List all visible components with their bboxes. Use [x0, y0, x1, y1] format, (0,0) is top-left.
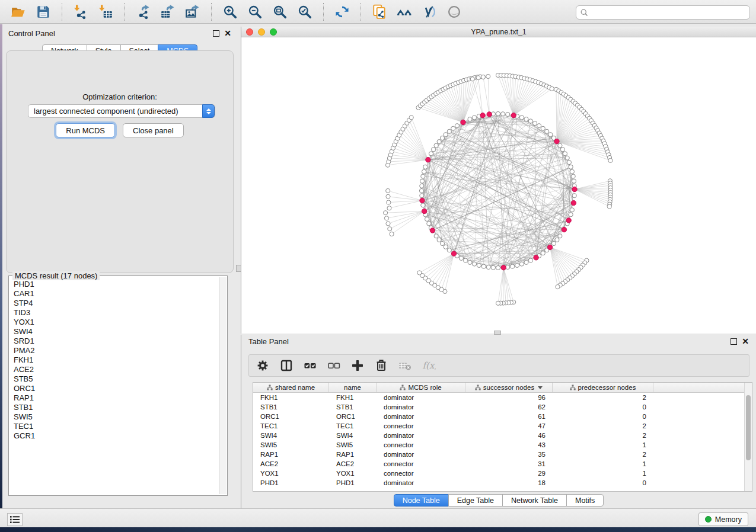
search-input[interactable]: [591, 6, 749, 19]
cell-MCDS-role[interactable]: dominator: [377, 412, 465, 421]
column-header-predecessor-nodes[interactable]: predecessor nodes: [553, 383, 653, 392]
cell-successor-nodes[interactable]: 35: [465, 450, 553, 459]
table-row[interactable]: FKH1FKH1dominator962: [253, 393, 752, 402]
cell-MCDS-role[interactable]: connector: [377, 440, 465, 450]
select-all-icon[interactable]: [302, 358, 318, 373]
task-history-button[interactable]: [7, 513, 23, 526]
mcds-result-item[interactable]: FKH1: [14, 355, 219, 365]
table-row[interactable]: ORC1ORC1dominator610: [253, 412, 752, 421]
cell-successor-nodes[interactable]: 62: [465, 402, 553, 412]
cell-predecessor-nodes[interactable]: 2: [553, 431, 653, 440]
cell-MCDS-role[interactable]: dominator: [377, 478, 465, 488]
search-box[interactable]: [576, 5, 750, 20]
cell-predecessor-nodes[interactable]: 1: [553, 459, 653, 469]
deselect-all-icon[interactable]: [326, 358, 342, 373]
zoom-out-icon[interactable]: [246, 3, 264, 21]
cell-shared-name[interactable]: TEC1: [253, 421, 329, 431]
tab-network-table[interactable]: Network Table: [502, 494, 567, 507]
cell-name[interactable]: TEC1: [329, 421, 377, 431]
table-row[interactable]: YOX1YOX1connector291: [253, 469, 752, 478]
cell-MCDS-role[interactable]: dominator: [377, 402, 465, 412]
mcds-result-item[interactable]: STP4: [14, 299, 219, 308]
cell-successor-nodes[interactable]: 61: [465, 412, 553, 421]
table-row[interactable]: SWI5SWI5connector431: [253, 440, 752, 450]
cell-predecessor-nodes[interactable]: 0: [553, 478, 653, 488]
cell-MCDS-role[interactable]: connector: [377, 421, 465, 431]
cell-successor-nodes[interactable]: 29: [465, 469, 553, 478]
memory-button[interactable]: Memory: [698, 512, 748, 526]
horizontal-splitter-handle[interactable]: [494, 331, 501, 335]
cell-successor-nodes[interactable]: 31: [465, 459, 553, 469]
open-file-icon[interactable]: [9, 3, 27, 21]
tab-edge-table[interactable]: Edge Table: [448, 494, 503, 507]
table-row[interactable]: TEC1TEC1connector472: [253, 421, 752, 431]
mcds-result-item[interactable]: TEC1: [14, 422, 219, 431]
cell-name[interactable]: RAP1: [329, 450, 377, 459]
cell-predecessor-nodes[interactable]: 0: [553, 412, 653, 421]
mcds-result-item[interactable]: SWI5: [14, 412, 219, 422]
cell-MCDS-role[interactable]: dominator: [377, 431, 465, 440]
delete-column-icon[interactable]: [374, 358, 389, 373]
export-table-icon[interactable]: [159, 3, 177, 21]
cell-shared-name[interactable]: YOX1: [253, 469, 329, 478]
zoom-in-icon[interactable]: [221, 3, 239, 21]
mcds-result-item[interactable]: PMA2: [14, 346, 219, 355]
save-session-icon[interactable]: [34, 3, 52, 21]
refresh-icon[interactable]: [333, 3, 351, 21]
mcds-result-item[interactable]: TID3: [14, 308, 219, 318]
import-network-icon[interactable]: [72, 3, 90, 21]
column-header-MCDS-role[interactable]: MCDS role: [377, 383, 465, 392]
table-row[interactable]: PHD1PHD1dominator180: [253, 478, 752, 488]
zoom-fit-icon[interactable]: [271, 3, 289, 21]
cell-successor-nodes[interactable]: 18: [465, 478, 553, 488]
close-table-panel-icon[interactable]: ✕: [742, 338, 749, 345]
run-mcds-button[interactable]: Run MCDS: [56, 123, 115, 137]
binoculars-icon[interactable]: [395, 3, 413, 21]
window-minimize-icon[interactable]: [258, 28, 265, 36]
mcds-result-item[interactable]: STB1: [14, 403, 219, 412]
cell-predecessor-nodes[interactable]: 2: [553, 450, 653, 459]
cell-shared-name[interactable]: PHD1: [253, 478, 329, 488]
export-image-icon[interactable]: [184, 3, 202, 21]
cell-shared-name[interactable]: SWI5: [253, 440, 329, 450]
cell-predecessor-nodes[interactable]: 2: [553, 421, 653, 431]
cell-predecessor-nodes[interactable]: 1: [553, 469, 653, 478]
cell-name[interactable]: PHD1: [329, 478, 377, 488]
import-table-icon[interactable]: [97, 3, 114, 21]
mcds-result-item[interactable]: CAR1: [14, 289, 219, 299]
table-scrollbar[interactable]: [744, 383, 752, 491]
mcds-result-item[interactable]: ACE2: [14, 365, 219, 374]
table-row[interactable]: RAP1RAP1dominator352: [253, 450, 752, 459]
mcds-list-scrollbar[interactable]: [219, 277, 227, 494]
cell-shared-name[interactable]: ACE2: [253, 459, 329, 469]
cell-name[interactable]: ORC1: [329, 412, 377, 421]
float-panel-icon[interactable]: [213, 30, 219, 37]
table-row[interactable]: ACE2ACE2connector311: [253, 459, 752, 469]
mcds-result-item[interactable]: STB5: [14, 374, 219, 384]
cell-name[interactable]: SWI4: [329, 431, 377, 440]
cell-successor-nodes[interactable]: 47: [465, 421, 553, 431]
mcds-result-item[interactable]: ORC1: [14, 384, 219, 393]
mcds-result-item[interactable]: YOX1: [14, 318, 219, 327]
cell-shared-name[interactable]: ORC1: [253, 412, 329, 421]
table-row[interactable]: STB1STB1dominator620: [253, 402, 752, 412]
create-column-icon[interactable]: [350, 358, 365, 373]
mcds-result-item[interactable]: RAP1: [14, 393, 219, 403]
share-network-icon[interactable]: [371, 3, 388, 21]
cell-name[interactable]: FKH1: [329, 393, 377, 402]
column-header-successor-nodes[interactable]: successor nodes: [465, 383, 553, 392]
criterion-select[interactable]: largest connected component (undirected): [28, 104, 215, 118]
cell-name[interactable]: YOX1: [329, 469, 377, 478]
table-scrollbar-thumb[interactable]: [746, 395, 751, 460]
cell-successor-nodes[interactable]: 96: [465, 393, 553, 402]
cell-shared-name[interactable]: RAP1: [253, 450, 329, 459]
cell-predecessor-nodes[interactable]: 1: [553, 440, 653, 450]
cell-shared-name[interactable]: FKH1: [253, 393, 329, 402]
window-maximize-icon[interactable]: [270, 28, 277, 36]
cell-successor-nodes[interactable]: 43: [465, 440, 553, 450]
mcds-result-item[interactable]: SRD1: [14, 336, 219, 346]
table-settings-icon[interactable]: [255, 358, 270, 373]
cell-MCDS-role[interactable]: dominator: [377, 450, 465, 459]
mcds-result-item[interactable]: PHD1: [14, 280, 219, 289]
close-panel-icon[interactable]: ✕: [224, 30, 231, 37]
